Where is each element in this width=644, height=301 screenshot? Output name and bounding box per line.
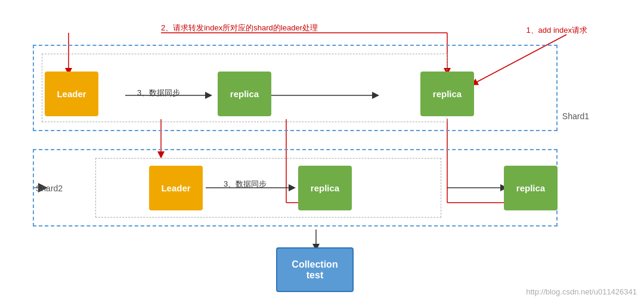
shard1-leader-node: Leader [45, 72, 98, 116]
shard2-leader-node: Leader [149, 166, 203, 210]
label-add-index: 1、add index请求 [526, 25, 587, 36]
shard1-label: Shard1 [562, 111, 589, 121]
collection-box: Collection test [276, 247, 354, 292]
shard2-replica2-node: replica [504, 166, 558, 210]
watermark: http://blog.csdn.net/u011426341 [526, 287, 637, 296]
shard1-replica2-node: replica [420, 72, 474, 116]
shard1-replica1-node: replica [218, 72, 271, 116]
shard2-inner [95, 158, 441, 218]
label-request-transfer: 2、请求转发index所对应的shard的leader处理 [161, 23, 318, 33]
diagram-container: 2、请求转发index所对应的shard的leader处理 1、add inde… [0, 0, 644, 301]
shard2-sync-label: 3、数据同步 [224, 179, 267, 190]
shard2-replica1-node: replica [298, 166, 352, 210]
shard1-sync-label: 3、数据同步 [137, 88, 180, 98]
shard2-label: Shard2 [36, 184, 63, 193]
